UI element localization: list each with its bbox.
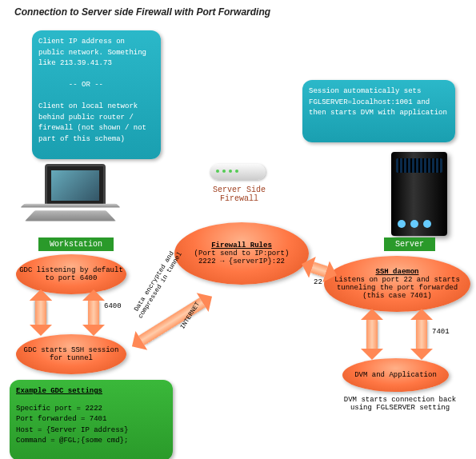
gdc-ssh-ellipse: GDC starts SSH session for tunnel	[16, 334, 126, 374]
arrow-ssh-dvm-2	[416, 320, 427, 349]
firewall-rules-ellipse: Firewall Rules(Port send to IP:port) 222…	[174, 222, 309, 285]
encrypted-label: Data encrypted and compressed in tunnel	[130, 247, 183, 320]
example-settings-box: Example GDC settings Specific port = 222…	[10, 380, 173, 459]
arrow-up	[35, 301, 46, 325]
firewall-router-icon	[210, 164, 266, 180]
dvm-ellipse: DVM and Application	[342, 358, 449, 392]
dvm-note: DVM starts connection back using FGLSERV…	[336, 396, 464, 412]
client-info-box: Client IP address on public network. Som…	[32, 30, 161, 159]
server-icon	[391, 152, 447, 236]
session-info-box: Session automatically sets FGLSERVER=loc…	[302, 80, 455, 142]
workstation-label: Workstation	[38, 237, 114, 251]
arrow-ssh-dvm-1	[366, 320, 378, 349]
arrow-bi	[88, 301, 99, 325]
firewall-caption: Server Side Firewall	[205, 186, 274, 203]
server-label: Server	[384, 237, 435, 251]
example-body: Specific port = 2222 Port forwarded = 74…	[16, 404, 166, 447]
ssh-daemon-ellipse: SSH daemonListens on port 22 and starts …	[324, 256, 470, 312]
port-22: 22	[314, 278, 322, 286]
port-6400: 6400	[104, 302, 122, 310]
diagram-title: Connection to Server side Firewall with …	[14, 6, 270, 18]
workstation-icon	[22, 164, 118, 232]
arrow-fw-ssh	[310, 262, 327, 277]
example-title: Example GDC settings	[16, 386, 166, 397]
gdc-listen-ellipse: GDC listening by default to port 6400	[16, 254, 126, 294]
port-7401: 7401	[432, 328, 450, 336]
